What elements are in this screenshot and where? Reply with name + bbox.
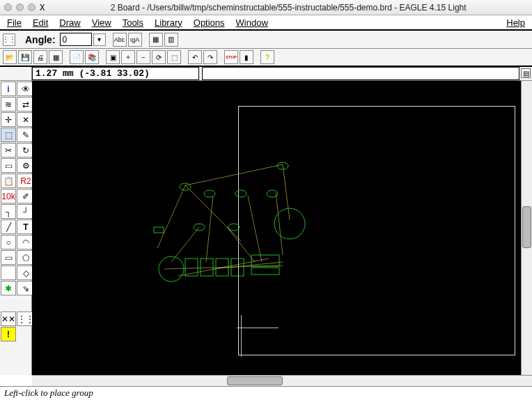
ulp-icon[interactable]: 📚 [85,50,99,64]
text-left-icon[interactable]: Abc [113,33,127,47]
route-tool[interactable]: ✱ [1,281,16,295]
angle-dropdown-icon[interactable]: ▾ [93,33,106,46]
horizontal-scrollbar[interactable] [32,375,532,386]
coordinates-display: 1.27 mm (-3.81 33.02) [32,67,199,80]
crosshair-icon [237,328,279,328]
zoom-window-icon[interactable] [28,3,36,11]
wire-tool[interactable]: ╱ [1,220,16,234]
svg-line-10 [283,164,290,220]
zoom-in-icon[interactable]: ＋ [121,50,135,64]
menu-options[interactable]: Options [194,17,225,28]
board-canvas[interactable] [32,81,521,375]
menu-tools[interactable]: Tools [123,17,143,28]
go-icon[interactable]: ▮ [240,50,253,64]
errors-tool[interactable]: ! [1,327,16,341]
close-window-icon[interactable] [4,3,12,11]
menu-file[interactable]: File [7,17,22,28]
menubar: File Edit Draw View Tools Library Option… [0,15,532,31]
group-tool[interactable]: ⬚ [1,128,16,142]
svg-line-7 [227,227,255,262]
status-bar: Left-click to place group [0,386,532,399]
move-tool[interactable]: ✛ [1,112,16,127]
zoom-fit-icon[interactable]: ▣ [106,50,120,64]
angle-label: Angle: [25,34,56,45]
cut-tool[interactable]: ✂ [1,143,16,157]
vertical-scrollbar[interactable] [521,81,532,375]
grid-dots-icon[interactable]: ⋮⋮ [3,33,15,46]
menu-edit[interactable]: Edit [33,17,48,28]
menu-help[interactable]: Help [506,17,525,28]
svg-rect-27 [154,227,164,233]
app-x-icon: X [40,3,45,13]
name-tool[interactable]: 10k [1,189,16,203]
zoom-select-icon[interactable]: ⬚ [167,50,181,64]
paste-tool[interactable]: ▭ [1,158,16,173]
circle-tool[interactable]: ○ [1,235,16,249]
redo-icon[interactable]: ↷ [203,50,217,64]
main-toolbar: 📂 💾 🖨 ▦ 📄 📚 ▣ ＋ − ⟳ ⬚ ↶ ↷ STOP ▮ ? [0,49,532,67]
save-icon[interactable]: 💾 [18,50,32,64]
svg-rect-19 [251,268,279,275]
svg-line-4 [248,196,262,262]
svg-line-3 [206,196,213,262]
coord-bar: 1.27 mm (-3.81 33.02) ▤ [0,67,532,81]
add-tool[interactable]: 📋 [1,174,16,188]
text-flip-icon[interactable]: ıgA [128,33,142,47]
stop-icon[interactable]: STOP [224,50,238,64]
crosshair-icon [241,315,242,357]
help-icon[interactable]: ? [260,50,274,64]
ratsnest-tool[interactable]: ✕✕ [1,311,16,326]
traffic-lights [4,3,36,11]
svg-point-12 [274,208,305,239]
svg-point-22 [235,190,247,197]
svg-point-20 [180,183,191,190]
command-input[interactable] [202,67,519,80]
ratsnest-grid1-icon[interactable]: ▦ [149,33,163,47]
print-icon[interactable]: 🖨 [33,50,47,64]
page-info-icon[interactable]: ▤ [521,68,531,78]
svg-rect-15 [201,259,213,276]
menu-draw[interactable]: Draw [59,17,80,28]
svg-point-23 [267,190,278,197]
svg-rect-17 [231,259,244,276]
zoom-out-icon[interactable]: − [136,50,150,64]
split-tool[interactable]: ┐ [1,204,16,219]
menu-view[interactable]: View [92,17,111,28]
angle-input[interactable] [60,33,92,46]
schematic-components [143,157,324,290]
open-icon[interactable]: 📂 [3,50,17,64]
zoom-redraw-icon[interactable]: ⟳ [152,50,166,64]
via-tool[interactable] [1,266,16,280]
cam-icon[interactable]: ▦ [49,50,63,64]
undo-icon[interactable]: ↶ [188,50,202,64]
minimize-window-icon[interactable] [16,3,24,11]
window-title: 2 Board - /Users/billw/tmp/scheminstruct… [49,3,528,13]
svg-point-26 [228,224,240,231]
title-bar: X 2 Board - /Users/billw/tmp/scheminstru… [0,0,532,15]
svg-line-0 [185,164,283,185]
script-icon[interactable]: 📄 [70,50,84,64]
menu-library[interactable]: Library [155,17,182,28]
svg-line-2 [185,185,241,241]
svg-point-21 [204,190,215,197]
svg-line-1 [157,185,185,248]
options-toolbar: ⋮⋮ Angle: ▾ Abc ıgA ▦ ▥ [0,31,532,49]
info-tool[interactable]: i [1,82,16,96]
ratsnest-grid2-icon[interactable]: ▥ [164,33,178,47]
svg-line-5 [276,192,283,255]
menu-window[interactable]: Window [236,17,268,28]
tool-palette: i 👁 ≋ ⇄ ✛ ✕ ⬚ ✎ ✂ ↻ ▭ ⚙ 📋 R2 10k ✐ ┐ ┘ ╱… [0,81,32,375]
rect-tool[interactable]: ▭ [1,250,16,265]
layers-tool[interactable]: ≋ [1,97,16,111]
